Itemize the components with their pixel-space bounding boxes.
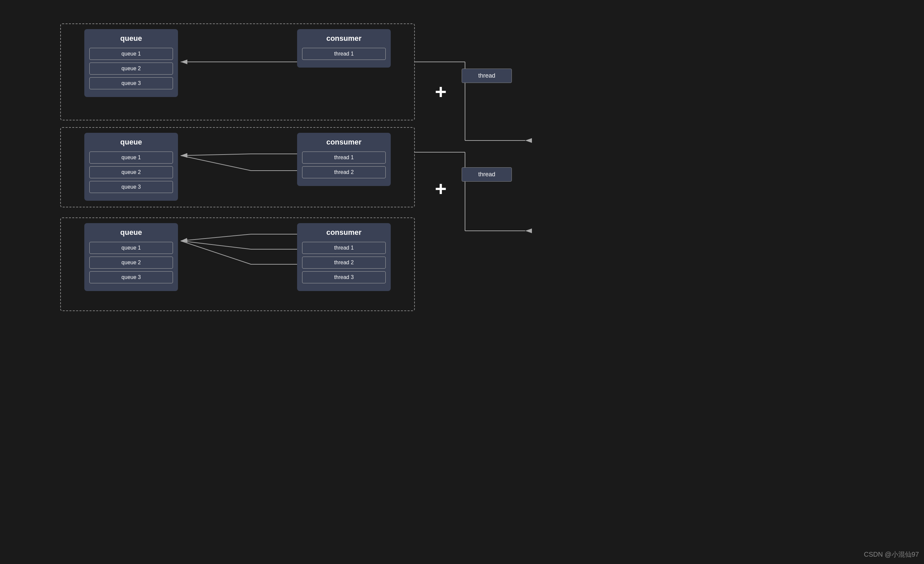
bottom-queue-box: queue queue 1 queue 2 queue 3	[84, 223, 178, 291]
bottom-queue-title: queue	[89, 228, 173, 237]
middle-queue-item-1: queue 1	[89, 152, 173, 164]
side-thread-top: thread	[462, 69, 512, 83]
top-queue-item-2: queue 2	[89, 63, 173, 75]
top-queue-box: queue queue 1 queue 2 queue 3	[84, 29, 178, 97]
plus-1: +	[435, 80, 447, 104]
bottom-queue-item-2: queue 2	[89, 256, 173, 268]
middle-consumer-box: consumer thread 1 thread 2	[297, 133, 391, 186]
plus-2: +	[435, 177, 447, 200]
middle-thread-1: thread 1	[302, 152, 386, 164]
middle-consumer-title: consumer	[302, 138, 386, 147]
middle-thread-2: thread 2	[302, 166, 386, 178]
top-section: queue queue 1 queue 2 queue 3 consumer t…	[60, 23, 415, 120]
bottom-queue-item-3: queue 3	[89, 271, 173, 284]
middle-queue-title: queue	[89, 138, 173, 147]
top-thread-1: thread 1	[302, 48, 386, 60]
bottom-thread-3: thread 3	[302, 271, 386, 284]
middle-queue-item-2: queue 2	[89, 166, 173, 178]
bottom-consumer-box: consumer thread 1 thread 2 thread 3	[297, 223, 391, 291]
middle-section: queue queue 1 queue 2 queue 3 consumer t…	[60, 127, 415, 207]
bottom-thread-1: thread 1	[302, 242, 386, 254]
middle-queue-item-3: queue 3	[89, 181, 173, 193]
top-consumer-title: consumer	[302, 34, 386, 43]
bottom-thread-2: thread 2	[302, 256, 386, 268]
top-queue-title: queue	[89, 34, 173, 43]
main-container: queue queue 1 queue 2 queue 3 consumer t…	[60, 14, 923, 562]
bottom-section: queue queue 1 queue 2 queue 3 consumer t…	[60, 218, 415, 311]
top-queue-item-3: queue 3	[89, 77, 173, 89]
side-thread-middle: thread	[462, 167, 512, 182]
top-consumer-box: consumer thread 1	[297, 29, 391, 68]
bottom-queue-item-1: queue 1	[89, 242, 173, 254]
bottom-consumer-title: consumer	[302, 228, 386, 237]
watermark: CSDN @小混仙97	[864, 550, 919, 559]
middle-queue-box: queue queue 1 queue 2 queue 3	[84, 133, 178, 201]
top-queue-item-1: queue 1	[89, 48, 173, 60]
